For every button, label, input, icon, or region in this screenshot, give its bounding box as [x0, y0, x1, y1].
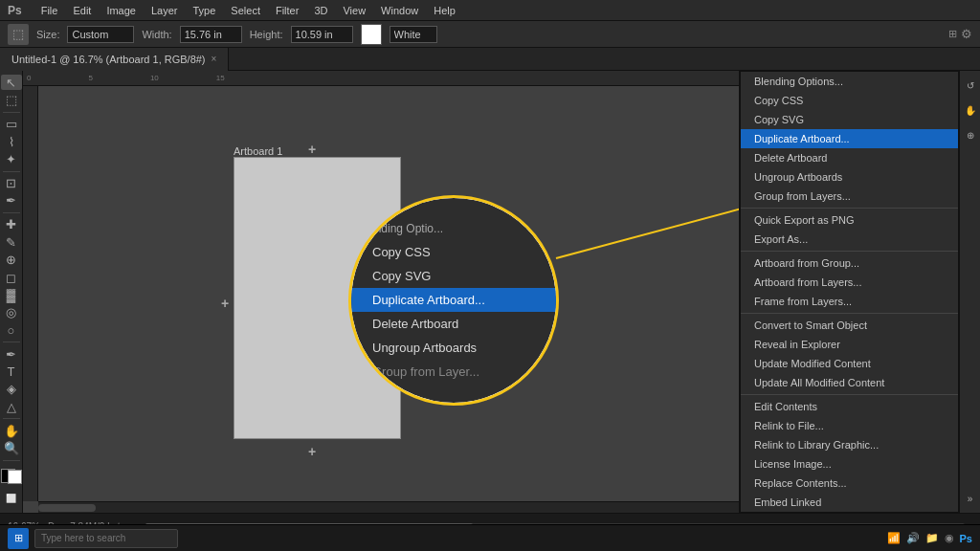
rotate-view-btn[interactable]: ↺	[960, 75, 981, 96]
ctx-edit-contents[interactable]: Edit Contents	[741, 397, 958, 416]
menu-type[interactable]: Type	[193, 5, 216, 16]
blur-tool[interactable]: ◎	[1, 305, 22, 320]
ctx-copy-css[interactable]: Copy CSS	[741, 91, 958, 110]
toolbar-divider-1	[3, 112, 20, 113]
menu-filter[interactable]: Filter	[276, 5, 299, 16]
zoom-tool-right[interactable]: ⊕	[960, 124, 981, 145]
marquee-tool[interactable]: ▭	[1, 116, 22, 131]
ctx-replace-contents[interactable]: Replace Contents...	[741, 474, 958, 493]
menu-image[interactable]: Image	[106, 5, 136, 16]
settings-icon[interactable]: ⚙	[961, 27, 972, 41]
zoom-menu-delete-artboard[interactable]: Delete Artboard	[351, 312, 556, 336]
ctx-copy-svg[interactable]: Copy SVG	[741, 110, 958, 129]
menu-3d[interactable]: 3D	[314, 5, 327, 16]
menu-window[interactable]: Window	[381, 5, 418, 16]
taskbar-search[interactable]	[34, 529, 178, 548]
ctx-update-all-modified[interactable]: Update All Modified Content	[741, 373, 958, 392]
menu-file[interactable]: File	[41, 5, 58, 16]
quick-mask-tool[interactable]: ⬜	[1, 488, 22, 509]
zoom-menu-ungroup-artboards[interactable]: Ungroup Artboards	[351, 336, 556, 360]
ctx-divider-2	[741, 251, 958, 252]
color-picker-box[interactable]	[361, 24, 382, 45]
ctx-quick-export-png[interactable]: Quick Export as PNG	[741, 210, 958, 230]
context-menu: Blending Options... Copy CSS Copy SVG Du…	[740, 71, 959, 513]
ctx-relink-file[interactable]: Relink to File...	[741, 416, 958, 435]
text-tool[interactable]: T	[1, 364, 22, 379]
background-color[interactable]	[8, 470, 22, 484]
zoom-tool[interactable]: 🔍	[1, 441, 22, 456]
horizontal-scrollbar[interactable]	[38, 501, 739, 513]
document-tab[interactable]: Untitled-1 @ 16.7% (Artboard 1, RGB/8#) …	[0, 48, 229, 71]
windows-start[interactable]: ⊞	[8, 528, 29, 549]
left-toolbar: ↖ ⬚ ▭ ⌇ ✦ ⊡ ✒ ✚ ✎ ⊕ ◻ ▓ ◎ ○ ✒ T ◈ △ ✋ 🔍 …	[0, 71, 23, 513]
ctx-frame-from-layers[interactable]: Frame from Layers...	[741, 292, 958, 311]
right-tool-strip: ↺ ✋ ⊕ »	[959, 71, 980, 513]
ctx-reveal-explorer[interactable]: Reveal in Explorer	[741, 335, 958, 354]
ctx-duplicate-artboard[interactable]: Duplicate Artboard...	[741, 129, 958, 148]
size-input[interactable]	[67, 26, 134, 43]
menu-help[interactable]: Help	[434, 5, 456, 16]
pen-tool[interactable]: ✒	[1, 346, 22, 362]
move-tool[interactable]: ↖	[1, 75, 22, 90]
toolbar-divider-2	[3, 171, 20, 172]
canvas-area[interactable]: 0 5 10 15 Artboard 1 + + + + lnding Opti…	[23, 71, 739, 513]
plus-top-center[interactable]: +	[308, 142, 316, 157]
ctx-license-image[interactable]: License Image...	[741, 454, 958, 474]
ctx-delete-artboard[interactable]: Delete Artboard	[741, 148, 958, 167]
menu-edit[interactable]: Edit	[73, 5, 91, 16]
color-label-input[interactable]	[390, 26, 437, 43]
clone-tool[interactable]: ⊕	[1, 252, 22, 267]
ctx-ungroup-artboards[interactable]: Ungroup Artboards	[741, 167, 958, 187]
quick-select-tool[interactable]: ✦	[1, 151, 22, 166]
ctx-export-as[interactable]: Export As...	[741, 230, 958, 249]
dodge-tool[interactable]: ○	[1, 322, 22, 338]
height-input[interactable]	[291, 26, 353, 43]
toolbar-divider-5	[3, 418, 20, 419]
main-area: ↖ ⬚ ▭ ⌇ ✦ ⊡ ✒ ✚ ✎ ⊕ ◻ ▓ ◎ ○ ✒ T ◈ △ ✋ 🔍 …	[0, 71, 980, 513]
brush-tool[interactable]: ✎	[1, 234, 22, 250]
width-label: Width:	[142, 29, 171, 40]
chrome-icon[interactable]: ◉	[945, 532, 954, 544]
right-panels: Blending Options... Copy CSS Copy SVG Du…	[739, 71, 959, 513]
crop-tool[interactable]: ⊡	[1, 175, 22, 190]
tab-close-button[interactable]: ×	[212, 54, 217, 64]
ps-logo: Ps	[8, 4, 22, 17]
ctx-artboard-from-group[interactable]: Artboard from Group...	[741, 253, 958, 273]
menu-layer[interactable]: Layer	[151, 5, 178, 16]
path-tool[interactable]: ◈	[1, 382, 22, 397]
zoom-menu-duplicate-artboard[interactable]: Duplicate Artboard...	[351, 288, 556, 312]
ps-taskbar-icon[interactable]: Ps	[960, 533, 972, 544]
plus-left-middle[interactable]: +	[221, 296, 229, 311]
eraser-tool[interactable]: ◻	[1, 270, 22, 285]
lasso-tool[interactable]: ⌇	[1, 134, 22, 149]
color-swatches[interactable]	[1, 469, 22, 484]
ctx-blending-options[interactable]: Blending Options...	[741, 72, 958, 91]
artboard-label: Artboard 1	[234, 145, 282, 157]
taskbar-file-icon[interactable]: 📁	[925, 532, 939, 544]
speaker-icon: 🔊	[906, 532, 920, 544]
menu-view[interactable]: View	[343, 5, 366, 16]
ctx-group-from-layers[interactable]: Group from Layers...	[741, 187, 958, 206]
toggle-panels-btn[interactable]: »	[960, 488, 981, 509]
healing-tool[interactable]: ✚	[1, 217, 22, 232]
hand-tool-right[interactable]: ✋	[960, 99, 981, 121]
menu-bar: Ps File Edit Image Layer Type Select Fil…	[0, 0, 980, 21]
zoom-menu-copy-css[interactable]: Copy CSS	[351, 240, 556, 264]
tool-icon[interactable]: ⬚	[8, 24, 29, 45]
hand-tool[interactable]: ✋	[1, 423, 22, 438]
document-tab-title: Untitled-1 @ 16.7% (Artboard 1, RGB/8#)	[11, 54, 206, 65]
menu-select[interactable]: Select	[231, 5, 260, 16]
plus-bottom-center[interactable]: +	[308, 444, 316, 459]
taskbar-icons: 📶 🔊 📁 ◉ Ps	[887, 532, 972, 544]
ctx-artboard-from-layers[interactable]: Artboard from Layers...	[741, 273, 958, 292]
gradient-tool[interactable]: ▓	[1, 287, 22, 302]
shape-tool[interactable]: △	[1, 399, 22, 414]
artboard-tool[interactable]: ⬚	[1, 92, 22, 107]
eyedropper-tool[interactable]: ✒	[1, 193, 22, 209]
ctx-convert-smart-object[interactable]: Convert to Smart Object	[741, 316, 958, 335]
ctx-update-modified[interactable]: Update Modified Content	[741, 354, 958, 373]
ctx-embed-linked[interactable]: Embed Linked	[741, 493, 958, 512]
ctx-relink-library[interactable]: Relink to Library Graphic...	[741, 435, 958, 454]
width-input[interactable]	[180, 26, 242, 43]
zoom-menu-copy-svg[interactable]: Copy SVG	[351, 264, 556, 288]
